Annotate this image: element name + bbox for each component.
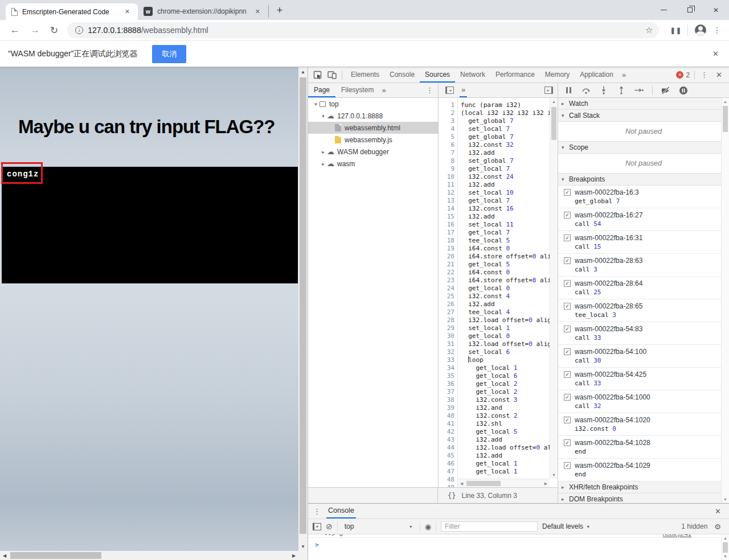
breakpoints-section-header[interactable]: ▾ Breakpoints bbox=[558, 174, 729, 186]
line-number[interactable]: 40 bbox=[439, 412, 457, 420]
line-number[interactable]: 42 bbox=[439, 428, 457, 436]
step-out-icon[interactable] bbox=[617, 86, 626, 95]
breakpoint-checkbox[interactable]: ✓ bbox=[564, 439, 571, 446]
devtools-tab-performance[interactable]: Performance bbox=[490, 67, 540, 83]
line-number[interactable]: 46 bbox=[439, 460, 457, 468]
code-line[interactable]: i64.store offset=8 align=3 bbox=[458, 277, 550, 285]
pause-extension-icon[interactable]: ❚❚ bbox=[670, 27, 682, 34]
code-line[interactable]: i32.add bbox=[458, 213, 550, 221]
tab-close-icon[interactable]: ✕ bbox=[253, 7, 263, 17]
line-number[interactable]: 48 bbox=[439, 476, 457, 484]
code-line[interactable]: i32.load offset=0 align=2 bbox=[458, 444, 550, 452]
line-number[interactable]: 25 bbox=[439, 293, 457, 300]
line-number[interactable]: 21 bbox=[439, 261, 457, 269]
devtools-close-icon[interactable]: ✕ bbox=[714, 71, 729, 79]
line-number[interactable]: 20 bbox=[439, 253, 457, 261]
line-number[interactable]: 32 bbox=[439, 348, 457, 356]
profile-avatar[interactable] bbox=[695, 24, 706, 36]
deactivate-breakpoints-icon[interactable] bbox=[661, 86, 670, 95]
editor-code[interactable]: func (param i32)(local i32 i32 i32 i32 i… bbox=[458, 98, 550, 479]
code-line[interactable]: set_local 6 bbox=[458, 348, 550, 356]
code-line[interactable]: i32.const 3 bbox=[458, 396, 550, 404]
breakpoint-checkbox[interactable]: ✓ bbox=[564, 212, 571, 219]
line-number[interactable]: 3 bbox=[439, 117, 457, 125]
code-line[interactable]: get_local 2 bbox=[458, 388, 550, 396]
line-number[interactable]: 39 bbox=[439, 404, 457, 412]
scrollbar-thumb[interactable] bbox=[10, 552, 101, 559]
code-line[interactable]: get_local 1 bbox=[458, 364, 550, 372]
devtools-tab-network[interactable]: Network bbox=[455, 67, 490, 83]
drawer-menu-icon[interactable]: ⋮ bbox=[308, 507, 326, 516]
page-horizontal-scrollbar[interactable]: ◀ ▶ bbox=[0, 551, 298, 560]
chevron-right-icon[interactable]: ▸ bbox=[320, 149, 327, 155]
code-line[interactable]: get_global 7 bbox=[458, 117, 550, 125]
dom-breakpoints-section-header[interactable]: ▸ DOM Breakpoints bbox=[558, 493, 729, 503]
line-number[interactable]: 33 bbox=[439, 356, 457, 364]
editor-horizontal-scrollbar[interactable]: ◀ ▶ bbox=[458, 479, 550, 487]
chevron-down-icon[interactable]: ▾ bbox=[312, 101, 320, 107]
breakpoint-entry[interactable]: ✓wasm-00022fba-54:100call 30 bbox=[558, 345, 729, 368]
breakpoint-checkbox[interactable]: ✓ bbox=[564, 234, 571, 241]
minimize-button[interactable] bbox=[650, 0, 677, 20]
line-number[interactable]: 31 bbox=[439, 340, 457, 348]
chevron-right-icon[interactable]: ▸ bbox=[320, 161, 327, 167]
breakpoint-checkbox[interactable]: ✓ bbox=[564, 326, 571, 332]
breakpoint-checkbox[interactable]: ✓ bbox=[564, 280, 571, 287]
line-number[interactable]: 30 bbox=[439, 332, 457, 340]
code-line[interactable]: set_global 7 bbox=[458, 157, 550, 165]
scrollbar-thumb[interactable] bbox=[551, 107, 556, 140]
navigator-menu-icon[interactable]: ⋮ bbox=[421, 86, 438, 94]
breakpoint-entry[interactable]: ✓wasm-00022fba-54:83call 33 bbox=[558, 322, 729, 345]
breakpoint-entry[interactable]: ✓wasm-00022fba-28:65tee_local 3 bbox=[558, 299, 729, 322]
tab-close-icon[interactable]: ✕ bbox=[122, 7, 132, 17]
more-panels-icon[interactable]: » bbox=[619, 71, 629, 79]
code-line[interactable]: i32.add bbox=[458, 300, 550, 308]
line-number[interactable]: 16 bbox=[439, 221, 457, 229]
flag-textarea[interactable]: cong1z bbox=[2, 167, 298, 283]
line-number[interactable]: 41 bbox=[439, 420, 457, 428]
code-line[interactable]: i32.const 24 bbox=[458, 173, 550, 181]
window-close-button[interactable]: ✕ bbox=[703, 0, 729, 20]
line-number[interactable]: 2 bbox=[439, 109, 457, 117]
breakpoint-checkbox[interactable]: ✓ bbox=[564, 348, 571, 355]
line-number[interactable]: 44 bbox=[439, 444, 457, 452]
watch-section-header[interactable]: ▸ Watch bbox=[558, 98, 729, 110]
log-levels-dropdown[interactable]: Default levels ▼ bbox=[542, 522, 590, 530]
code-line[interactable]: i32.add bbox=[458, 436, 550, 444]
scrollbar-thumb[interactable] bbox=[723, 106, 728, 132]
line-number[interactable]: 10 bbox=[439, 173, 457, 181]
console-output[interactable]: --> 0 hook.js:41 > ▲ ▼ bbox=[308, 534, 729, 560]
breakpoint-entry[interactable]: ✓wasm-00022fba-16:3get_global 7 bbox=[558, 186, 729, 208]
new-tab-button[interactable]: + bbox=[272, 3, 287, 18]
code-line[interactable]: get_local 7 bbox=[458, 165, 550, 173]
code-line[interactable]: i32.const 32 bbox=[458, 141, 550, 149]
code-line[interactable]: i32.const 4 bbox=[458, 293, 550, 300]
code-line[interactable]: set_local 10 bbox=[458, 189, 550, 197]
error-badge[interactable]: ✕ 2 bbox=[676, 71, 694, 79]
line-number[interactable]: 6 bbox=[439, 141, 457, 149]
breakpoint-entry[interactable]: ✓wasm-00022fba-16:31call 15 bbox=[558, 231, 729, 254]
restore-button[interactable] bbox=[677, 0, 703, 20]
devtools-tab-application[interactable]: Application bbox=[575, 67, 619, 83]
line-number[interactable]: 9 bbox=[439, 165, 457, 173]
scroll-up-icon[interactable]: ▲ bbox=[298, 67, 308, 76]
breakpoint-entry[interactable]: ✓wasm-00022fba-54:1028end bbox=[558, 436, 729, 459]
tree-item-wasm[interactable]: ▸☁wasm bbox=[308, 158, 438, 170]
console-sidebar-icon[interactable]: ▸ bbox=[313, 523, 321, 530]
console-filter-input[interactable] bbox=[441, 521, 538, 532]
code-line[interactable]: i64.store offset=0 align=3 bbox=[458, 253, 550, 261]
navigator-tab-page[interactable]: Page bbox=[308, 83, 335, 97]
code-line[interactable]: set_local 1 bbox=[458, 324, 550, 332]
scroll-up-icon[interactable]: ▲ bbox=[550, 98, 558, 105]
line-number[interactable]: 8 bbox=[439, 157, 457, 165]
line-number[interactable]: 19 bbox=[439, 245, 457, 253]
console-drawer-tab[interactable]: Console bbox=[326, 504, 356, 518]
chrome-menu-icon[interactable]: ⋮ bbox=[713, 26, 721, 35]
code-line[interactable]: i32.shl bbox=[458, 420, 550, 428]
breakpoint-checkbox[interactable]: ✓ bbox=[564, 303, 571, 310]
code-line[interactable]: get_local 0 bbox=[458, 332, 550, 340]
line-number[interactable]: 15 bbox=[439, 213, 457, 221]
pause-script-icon[interactable] bbox=[564, 86, 573, 95]
code-line[interactable]: get_local 1 bbox=[458, 460, 550, 468]
scroll-right-icon[interactable]: ▶ bbox=[542, 480, 550, 487]
